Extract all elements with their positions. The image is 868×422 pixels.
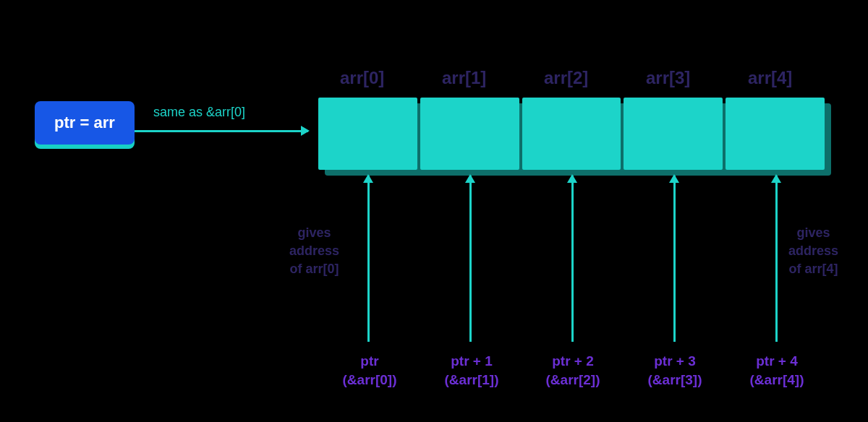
ptr-expr-2: ptr + 2: [542, 352, 604, 371]
ptr-addr-2: (&arr[2]): [542, 371, 604, 389]
gives-address-left: gives address of arr[0]: [289, 224, 339, 279]
diagram-canvas: ptr = arr same as &arr[0] arr[0] arr[1] …: [0, 0, 868, 422]
ptr-addr-3: (&arr[3]): [644, 371, 706, 389]
array-cell-4: [726, 98, 825, 170]
same-as-label: same as &arr[0]: [153, 105, 245, 120]
array-container: [318, 98, 825, 170]
array-cell-3: [624, 98, 723, 170]
arrow-up-icon-0: [367, 176, 370, 342]
index-label-3: arr[3]: [646, 68, 690, 88]
index-label-0: arr[0]: [340, 68, 384, 88]
gives-address-right: gives address of arr[4]: [788, 224, 838, 279]
arrow-up-icon-4: [775, 176, 778, 342]
ptr-addr-1: (&arr[1]): [441, 371, 503, 389]
index-label-4: arr[4]: [748, 68, 792, 88]
ptr-expr-1: ptr + 1: [441, 352, 503, 371]
ptr-addr-0: (&arr[0]): [339, 371, 401, 389]
arrow-up-icon-3: [673, 176, 676, 342]
index-label-1: arr[1]: [442, 68, 486, 88]
ptr-addr-4: (&arr[4]): [746, 371, 808, 389]
ptr-expr-3: ptr + 3: [644, 352, 706, 371]
ptr-expr-0: ptr: [339, 352, 401, 371]
arrow-up-icon-1: [469, 176, 472, 342]
ptr-label-3: ptr + 3 (&arr[3]): [644, 352, 706, 389]
ptr-assignment-box: ptr = arr: [35, 101, 135, 145]
ptr-arrow-icon: [135, 130, 308, 132]
ptr-label-4: ptr + 4 (&arr[4]): [746, 352, 808, 389]
ptr-label-2: ptr + 2 (&arr[2]): [542, 352, 604, 389]
array-cell-2: [522, 98, 621, 170]
ptr-label-0: ptr (&arr[0]): [339, 352, 401, 389]
arrow-up-icon-2: [571, 176, 574, 342]
ptr-assignment-label: ptr = arr: [54, 113, 115, 132]
array-cell-0: [318, 98, 417, 170]
ptr-label-1: ptr + 1 (&arr[1]): [441, 352, 503, 389]
array-cell-1: [420, 98, 519, 170]
index-label-2: arr[2]: [544, 68, 588, 88]
ptr-expr-4: ptr + 4: [746, 352, 808, 371]
